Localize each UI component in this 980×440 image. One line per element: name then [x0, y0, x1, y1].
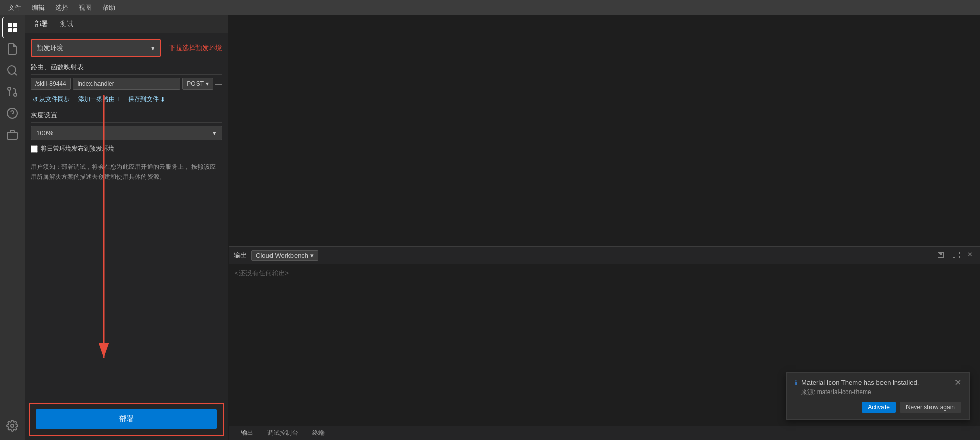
route-section: 路由、函数映射表 /skill-89444 index.handler POST… [31, 63, 222, 105]
output-label: 输出 [234, 251, 247, 260]
gray-dropdown[interactable]: 100% ▾ [31, 126, 222, 140]
svg-point-11 [11, 424, 14, 427]
svg-rect-2 [8, 28, 12, 32]
sidebar: 部署 测试 预发环境 ▾ 下拉选择预发环境 路由、函数映射表 [24, 15, 229, 440]
user-note: 用户须知：部署调试，将会在您为此应用开通的云服务上， 按照该应用所属解决方案的描… [31, 162, 222, 182]
menu-select[interactable]: 选择 [51, 2, 72, 13]
activity-extensions[interactable] [2, 125, 22, 145]
notification-title: Material Icon Theme has been installed. [801, 379, 919, 386]
deploy-button[interactable]: 部署 [36, 409, 217, 429]
add-route-btn[interactable]: 添加一条路由 + [76, 94, 122, 105]
route-table: /skill-89444 index.handler POST ▾ — ↺ 从文… [31, 78, 222, 105]
svg-point-4 [8, 66, 16, 74]
env-hint: 下拉选择预发环境 [169, 43, 222, 53]
save-to-file-btn[interactable]: 保存到文件 ⬇ [126, 94, 167, 105]
checkbox-label: 将日常环境发布到预发环境 [41, 144, 114, 153]
main-content: 输出 Cloud Workbench ▾ ✕ <还没有任何输出> [229, 15, 980, 440]
sidebar-main-content: 预发环境 ▾ 下拉选择预发环境 路由、函数映射表 /skill-89444 in… [24, 33, 228, 399]
output-channel-chevron: ▾ [310, 252, 314, 259]
checkbox-row: 将日常环境发布到预发环境 [31, 144, 222, 153]
env-dropdown[interactable]: 预发环境 ▾ [31, 39, 161, 57]
main-container: 部署 测试 预发环境 ▾ 下拉选择预发环境 路由、函数映射表 [0, 15, 980, 440]
env-section: 预发环境 ▾ 下拉选择预发环境 [31, 39, 222, 57]
output-empty-text: <还没有任何输出> [235, 269, 289, 277]
route-method-value: POST [187, 80, 204, 87]
notification-content: ℹ Material Icon Theme has been installed… [795, 379, 919, 397]
never-show-button[interactable]: Never show again [900, 402, 961, 413]
sync-from-file-btn[interactable]: ↺ 从文件同步 [31, 94, 72, 105]
info-icon: ℹ [795, 379, 797, 387]
tab-test[interactable]: 测试 [54, 16, 80, 32]
activity-git[interactable] [2, 82, 22, 102]
bottom-tab-output[interactable]: 输出 [234, 427, 260, 439]
output-channel-selector[interactable]: Cloud Workbench ▾ [251, 250, 318, 261]
output-close-btn[interactable]: ✕ [965, 250, 975, 261]
svg-rect-1 [13, 23, 17, 27]
save-icon: ⬇ [160, 96, 165, 103]
menubar: 文件 编辑 选择 视图 帮助 [0, 0, 980, 15]
sync-icon: ↺ [33, 96, 38, 103]
route-method-chevron: ▾ [206, 80, 209, 87]
menu-edit[interactable]: 编辑 [28, 2, 49, 13]
activity-deploy[interactable] [2, 17, 22, 38]
notification-header: ℹ Material Icon Theme has been installed… [795, 379, 961, 397]
route-delete-icon[interactable]: — [215, 80, 222, 88]
route-path[interactable]: /skill-89444 [31, 78, 71, 90]
svg-rect-0 [8, 23, 12, 27]
notification: ℹ Material Icon Theme has been installed… [786, 372, 970, 420]
output-actions: ✕ [935, 250, 975, 261]
deploy-section: 部署 [29, 403, 224, 436]
output-clear-btn[interactable] [935, 250, 947, 261]
svg-point-6 [14, 93, 17, 96]
activity-settings[interactable] [2, 415, 22, 436]
notification-text: Material Icon Theme has been installed. … [801, 379, 919, 397]
menu-file[interactable]: 文件 [4, 2, 26, 13]
route-handler[interactable]: index.handler [73, 78, 181, 90]
notification-actions: Activate Never show again [795, 402, 961, 413]
bottom-tab-terminal[interactable]: 终端 [305, 427, 332, 439]
notification-source: 来源: material-icon-theme [801, 388, 919, 397]
menu-help[interactable]: 帮助 [98, 2, 119, 13]
publish-checkbox[interactable] [31, 145, 38, 153]
activity-search[interactable] [2, 60, 22, 81]
svg-line-5 [15, 73, 17, 75]
output-expand-btn[interactable] [950, 250, 962, 261]
route-row: /skill-89444 index.handler POST ▾ — [31, 78, 222, 90]
svg-rect-10 [7, 132, 17, 139]
route-method[interactable]: POST ▾ [182, 78, 213, 90]
activity-files[interactable] [2, 39, 22, 59]
svg-point-7 [8, 87, 11, 90]
activity-bar [0, 15, 24, 440]
output-channel-name: Cloud Workbench [256, 252, 308, 259]
gray-chevron-icon: ▾ [213, 129, 216, 137]
sidebar-tabs: 部署 测试 [24, 15, 228, 33]
activity-debug[interactable] [2, 103, 22, 124]
activate-button[interactable]: Activate [862, 402, 896, 413]
notification-close-btn[interactable]: ✕ [954, 379, 961, 387]
gray-value: 100% [36, 129, 53, 137]
env-value: 预发环境 [37, 43, 63, 53]
gray-section: 灰度设置 100% ▾ 将日常环境发布到预发环境 [31, 111, 222, 153]
gray-section-title: 灰度设置 [31, 111, 222, 123]
route-section-title: 路由、函数映射表 [31, 63, 222, 75]
menu-view[interactable]: 视图 [75, 2, 96, 13]
output-header: 输出 Cloud Workbench ▾ ✕ [229, 247, 980, 264]
chevron-down-icon: ▾ [151, 44, 155, 52]
route-actions: ↺ 从文件同步 添加一条路由 + 保存到文件 ⬇ [31, 94, 222, 105]
bottom-tab-debug[interactable]: 调试控制台 [260, 427, 305, 439]
tab-deploy[interactable]: 部署 [29, 16, 54, 32]
svg-rect-3 [13, 28, 17, 32]
bottom-tabs: 输出 调试控制台 终端 [229, 426, 980, 440]
